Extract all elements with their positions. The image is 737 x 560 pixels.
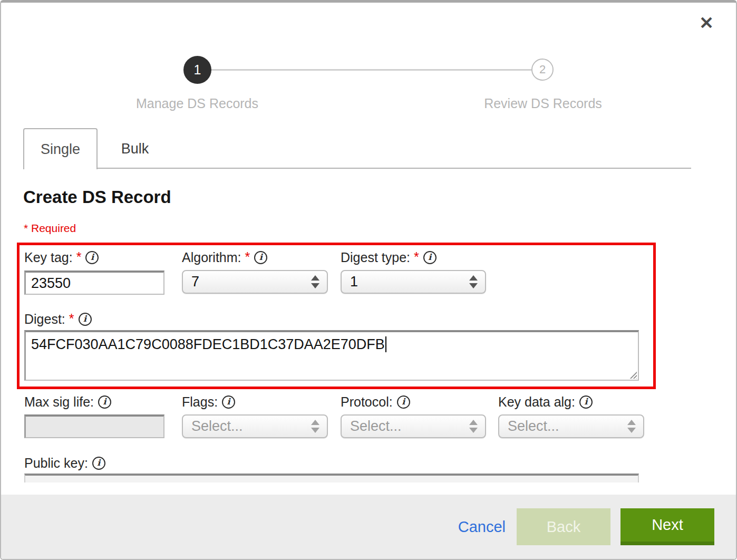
- cancel-link[interactable]: Cancel: [458, 518, 506, 536]
- next-button[interactable]: Next: [620, 508, 714, 545]
- key-tag-label-text: Key tag:: [24, 250, 73, 265]
- digest-type-select-value: 1: [350, 274, 358, 290]
- required-note: * Required: [24, 222, 76, 235]
- flags-label: Flags: i: [182, 394, 235, 410]
- required-asterisk: *: [69, 311, 74, 326]
- protocol-info-icon[interactable]: i: [397, 395, 410, 409]
- flags-select[interactable]: Select...: [182, 414, 328, 438]
- key-data-alg-label-text: Key data alg:: [498, 394, 575, 410]
- digest-type-info-icon[interactable]: i: [423, 251, 437, 264]
- protocol-select-value: Select...: [350, 418, 402, 435]
- required-asterisk: *: [414, 249, 419, 265]
- max-sig-life-info-icon[interactable]: i: [98, 395, 111, 409]
- protocol-label-text: Protocol:: [341, 394, 393, 410]
- key-data-alg-info-icon[interactable]: i: [579, 395, 593, 409]
- max-sig-life-label: Max sig life: i: [24, 394, 111, 410]
- key-tag-label: Key tag: * i: [24, 249, 99, 265]
- algorithm-info-icon[interactable]: i: [254, 251, 267, 264]
- close-icon[interactable]: ✕: [699, 14, 714, 32]
- key-tag-input[interactable]: [24, 271, 164, 295]
- step-1-circle: 1: [183, 56, 211, 84]
- key-tag-info-icon[interactable]: i: [85, 251, 99, 264]
- public-key-label: Public key: i: [24, 455, 105, 471]
- required-asterisk: *: [76, 249, 82, 265]
- select-spinner-icon: [469, 275, 478, 288]
- stepper-connector: [197, 69, 543, 71]
- digest-label-text: Digest:: [24, 312, 65, 327]
- resize-handle-icon[interactable]: [629, 371, 637, 379]
- protocol-select[interactable]: Select...: [341, 414, 486, 438]
- dialog-footer: Cancel Back Next: [1, 495, 736, 559]
- select-spinner-icon: [311, 275, 319, 288]
- digest-type-select[interactable]: 1: [341, 270, 486, 294]
- public-key-label-text: Public key:: [24, 456, 88, 471]
- digest-textarea[interactable]: 54FCF030AA1C79C0088FDEC1BD1C37DAA2E70DFB: [24, 330, 639, 381]
- flags-select-value: Select...: [191, 418, 243, 435]
- step-2-circle: 2: [531, 59, 554, 81]
- key-data-alg-select[interactable]: Select...: [498, 414, 644, 438]
- select-spinner-icon: [311, 420, 319, 433]
- tab-bulk[interactable]: Bulk: [98, 128, 172, 169]
- back-button[interactable]: Back: [517, 508, 610, 545]
- select-spinner-icon: [469, 420, 478, 433]
- public-key-textarea[interactable]: [24, 474, 639, 482]
- select-spinner-icon: [627, 420, 636, 433]
- digest-type-label: Digest type: * i: [341, 249, 437, 265]
- required-asterisk: *: [245, 249, 250, 265]
- digest-info-icon[interactable]: i: [79, 313, 92, 326]
- digest-type-label-text: Digest type:: [341, 250, 410, 265]
- flags-label-text: Flags:: [182, 394, 218, 410]
- algorithm-label-text: Algorithm:: [182, 250, 241, 265]
- algorithm-label: Algorithm: * i: [182, 249, 267, 265]
- public-key-info-icon[interactable]: i: [92, 457, 105, 470]
- step-2-label: Review DS Records: [438, 96, 648, 111]
- tab-single[interactable]: Single: [23, 128, 98, 169]
- key-data-alg-label: Key data alg: i: [498, 394, 593, 410]
- max-sig-life-label-text: Max sig life:: [24, 394, 94, 410]
- text-cursor: [385, 336, 386, 352]
- key-data-alg-select-value: Select...: [508, 418, 559, 435]
- step-1-label: Manage DS Records: [92, 96, 303, 111]
- max-sig-life-input[interactable]: [24, 414, 164, 438]
- digest-label: Digest: * i: [24, 311, 92, 327]
- page-title: Create DS Record: [23, 187, 171, 207]
- protocol-label: Protocol: i: [341, 394, 410, 410]
- create-ds-record-dialog: ✕ 1 2 Manage DS Records Review DS Record…: [0, 0, 737, 560]
- algorithm-select-value: 7: [191, 274, 199, 290]
- flags-info-icon[interactable]: i: [222, 395, 235, 409]
- digest-value: 54FCF030AA1C79C0088FDEC1BD1C37DAA2E70DFB: [31, 336, 385, 352]
- algorithm-select[interactable]: 7: [182, 270, 328, 294]
